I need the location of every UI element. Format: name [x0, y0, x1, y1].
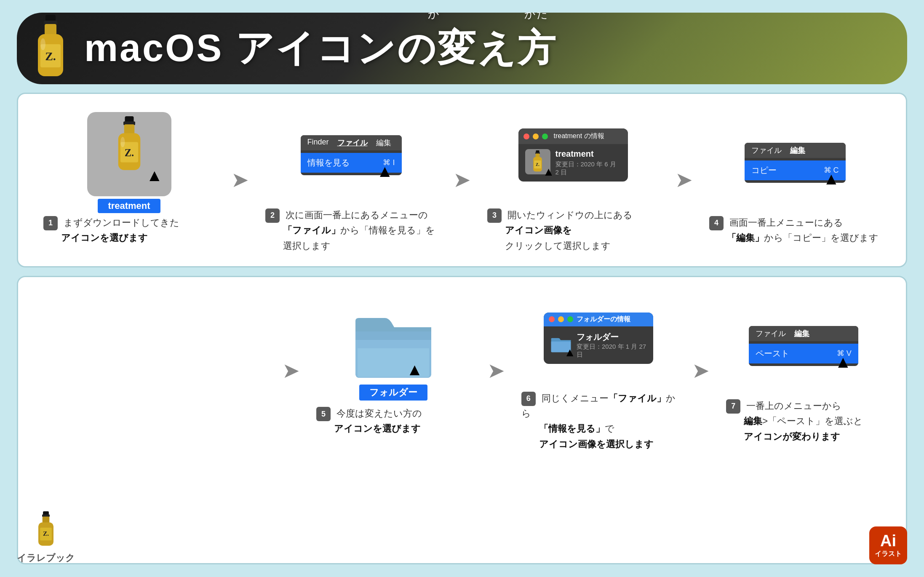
step-4-caption: 4 画面一番上メニューにある 「編集」から「コピー」を選びます: [701, 211, 889, 246]
step-6-tl-green: [567, 316, 573, 322]
step-6-visual: フォルダーの情報 ▲: [513, 290, 684, 387]
step-3-caption: 3 開いたウィンドウの上にある アイコン画像を クリックして選択します: [479, 203, 667, 254]
svg-text:Z.: Z.: [45, 50, 56, 63]
header-title: か かた macOS アイコンの変え方: [84, 23, 557, 74]
step-5-caption: 5 今度は変えたい方の アイコンを選びます: [308, 402, 479, 437]
arrow-5-6: ➤: [479, 322, 513, 419]
step-5-block: ▲ フォルダー 5 今度は変えたい方の アイコンを選びます: [308, 305, 479, 437]
arrow-into-5: ➤: [274, 322, 308, 419]
step-6-block: フォルダーの情報 ▲: [513, 290, 684, 452]
ai-badge: Ai イラスト: [869, 526, 907, 564]
step-1-number: 1: [43, 216, 58, 230]
step-1-label: treatment: [98, 199, 160, 213]
step-5-label: フォルダー: [359, 385, 427, 401]
step-1-visual: Z. ▲ treatment: [35, 114, 223, 211]
step-1-icon-box: Z. ▲: [87, 112, 171, 196]
step-4-block: ファイル 編集 コピー ⌘ C ▲: [701, 114, 889, 246]
ruby-ka: か: [428, 13, 440, 21]
watermark-bottle: Z.: [33, 511, 59, 549]
watermark: Z. イラレブック: [17, 511, 75, 564]
step-1-block: Z. ▲ treatment 1 まずダウンロードしてきた アイコンを選びます: [35, 114, 223, 246]
steps-row-bottom: ➤: [35, 290, 889, 452]
top-panel: Z. ▲ treatment 1 まずダウンロードしてきた アイコンを選びます: [17, 93, 907, 267]
step-3-block: treatment の情報: [479, 107, 667, 254]
step-7-caption: 7 一番上のメニューから 編集>「ペースト」を選ぶと アイコンが変わります: [718, 394, 889, 444]
ai-badge-subtext: イラスト: [875, 550, 902, 558]
svg-text:Z.: Z.: [124, 147, 134, 158]
arrow-1-2: ➤: [223, 131, 257, 228]
tl-red: [523, 134, 529, 139]
step-2-caption: 2 次に画面一番上にあるメニューの 「ファイル」から「情報を見る」を 選択します: [257, 203, 445, 254]
svg-rect-22: [43, 516, 50, 523]
step-4-number: 4: [709, 216, 724, 230]
step-6-tl-yellow: [558, 316, 564, 322]
svg-rect-2: [45, 24, 56, 36]
step-2-number: 2: [265, 208, 280, 223]
main-container: Z. か かた macOS アイコンの変え方: [0, 0, 924, 577]
step-6-caption: 6 同じくメニュー「ファイル」から 「情報を見る」で アイコン画像を選択します: [513, 387, 684, 452]
svg-point-6: [40, 38, 45, 50]
svg-rect-16: [536, 153, 540, 158]
svg-point-13: [120, 137, 125, 147]
step-6-tl-red: [549, 316, 555, 322]
step-3-visual: treatment の情報: [479, 107, 667, 203]
step-6-titlebar: フォルダーの情報: [544, 313, 653, 326]
step-6-number: 6: [521, 392, 536, 406]
step-2-menu-bar: Finder ファイル 編集: [301, 135, 402, 150]
header-title-text: macOS アイコンの変え方: [84, 27, 557, 69]
svg-rect-9: [124, 124, 134, 135]
step-7-menu-bar: ファイル 編集: [749, 326, 858, 341]
svg-rect-21: [42, 515, 50, 517]
step-7-block: ファイル 編集 ペースト ⌘ V ▲: [718, 297, 889, 444]
arrow-2-3: ➤: [445, 131, 479, 228]
tl-green: [542, 134, 548, 139]
header-banner: Z. か かた macOS アイコンの変え方: [17, 13, 907, 84]
step-3-titlebar: treatment の情報: [518, 128, 628, 144]
step-7-visual: ファイル 編集 ペースト ⌘ V ▲: [718, 297, 889, 394]
step-6-info-box: フォルダーの情報 ▲: [544, 313, 653, 364]
step-3-number: 3: [487, 208, 502, 223]
svg-text:Z.: Z.: [43, 530, 49, 537]
watermark-text: イラレブック: [17, 552, 75, 564]
arrow-3-4: ➤: [667, 131, 701, 228]
arrow-6-7: ➤: [684, 322, 718, 419]
step-2-block: Finder ファイル 編集 情報を見る ⌘ I: [257, 107, 445, 254]
step-2-visual: Finder ファイル 編集 情報を見る ⌘ I: [257, 107, 445, 203]
step-3-info-window: treatment の情報: [518, 128, 628, 182]
step-5-number: 5: [316, 407, 331, 421]
tl-yellow: [533, 134, 539, 139]
ai-badge-text: Ai: [880, 533, 896, 549]
step-5-folder: ▲: [351, 306, 435, 382]
steps-row-top: Z. ▲ treatment 1 まずダウンロードしてきた アイコンを選びます: [35, 107, 889, 254]
bottle-illustration: Z.: [25, 15, 76, 82]
step-4-menu-bar: ファイル 編集: [745, 143, 846, 158]
step-7-number: 7: [726, 399, 740, 414]
step-4-visual: ファイル 編集 コピー ⌘ C ▲: [701, 114, 889, 211]
step-5-visual: ▲ フォルダー: [308, 305, 479, 402]
svg-text:Z.: Z.: [536, 162, 539, 167]
ruby-kata: かた: [524, 13, 549, 21]
bottom-panel: ➤: [17, 276, 907, 564]
step-1-caption: 1 まずダウンロードしてきた アイコンを選びます: [35, 211, 223, 246]
